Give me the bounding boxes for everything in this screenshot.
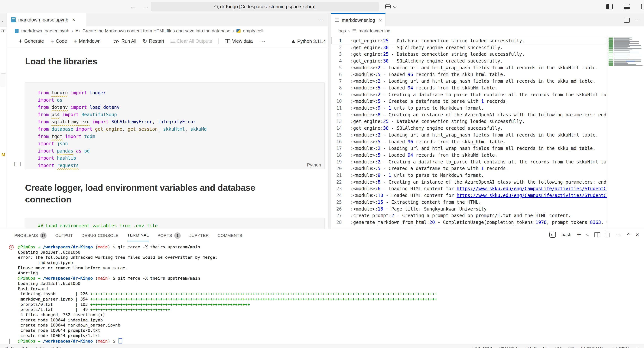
log-editor[interactable]: 1:get_engine:25 - Database connection st… (331, 35, 644, 229)
close-icon[interactable]: × (72, 16, 75, 23)
terminal-line: Updating 3ad13ef..6cd10b0 (8, 281, 642, 286)
view-data-button[interactable]: View data (225, 38, 253, 44)
terminal-dropdown-icon[interactable] (586, 233, 589, 236)
collapsed-tab-dot: · (2, 18, 4, 24)
command-decoration-idle-icon[interactable] (9, 339, 10, 344)
breadcrumb-chevron-icon: › (348, 28, 350, 34)
breadcrumb-folder[interactable]: logs (338, 28, 346, 33)
right-breadcrumb: logs › markdowner.log (331, 26, 644, 35)
log-line: 1:get_engine:25 - Database connection st… (331, 38, 644, 44)
panel-tab-jupyter[interactable]: JUPYTER (189, 232, 209, 241)
clear-outputs-button[interactable]: Clear All Outputs (170, 38, 212, 44)
cell-language-label[interactable]: Python (307, 162, 321, 168)
toolbar-more-icon[interactable]: ··· (259, 38, 266, 44)
python-icon (236, 29, 240, 33)
panel-tab-terminal[interactable]: TERMINAL (127, 232, 149, 241)
notebook-editor[interactable]: Load the libraries from loguru import lo… (7, 47, 328, 229)
extensions-chevron-icon[interactable] (394, 5, 396, 8)
forward-icon[interactable]: → (143, 3, 149, 10)
breadcrumb-cell[interactable]: empty cell (243, 28, 263, 33)
terminal-line: create mode 100644 indexing.ipynb (8, 318, 642, 323)
restart-button[interactable]: ↻Restart (143, 38, 164, 44)
minimap[interactable] (607, 35, 644, 229)
editor-actions-icon[interactable]: ··· (634, 16, 641, 22)
toolbar-separator (107, 38, 107, 44)
terminal[interactable]: ×@PimOps → /workspaces/dr-Kingo (main) $… (8, 244, 642, 344)
breadcrumb-chevron-icon: › (233, 28, 234, 34)
code-editor[interactable]: from loguru import loggerimport osfrom d… (38, 89, 207, 169)
log-line: 20:<module>:5 - Created a dataframe to_p… (331, 165, 644, 172)
tab-markdowner-log[interactable]: markdowner.log × (331, 13, 386, 26)
log-line: 18:<module>:5 - Loaded 94 records from t… (331, 152, 644, 159)
status-item-sync[interactable]: ↻4↑ (5, 346, 14, 348)
status-item[interactable]: LF (543, 346, 548, 348)
log-line: 16:<module>:5 - Loaded 96 records from t… (331, 139, 644, 145)
tab-overflow-icon[interactable]: ··· (318, 16, 324, 22)
table-icon (225, 39, 230, 43)
app-window: ← → dr-Kingo [Codespaces: stunning space… (0, 0, 644, 348)
toggle-secondary-sidebar-icon[interactable] (641, 4, 644, 9)
address-bar[interactable]: dr-Kingo [Codespaces: stunning space zeb… (151, 2, 379, 11)
badge: 17 (40, 232, 46, 239)
back-icon[interactable]: ← (130, 3, 136, 10)
status-item-keyboard[interactable]: ⌨ (568, 346, 574, 348)
tab-label: markdowner.log (342, 17, 375, 23)
breadcrumb-section[interactable]: Create the Markdown content from HTML fi… (82, 28, 230, 33)
terminal-line: create mode 100644 prompts/1.txt (8, 333, 642, 339)
log-line: 22:<module>:8 - Creating an instance of … (331, 179, 644, 186)
status-item[interactable]: Ln 1, Col 1 (472, 346, 492, 348)
panel-tab-output[interactable]: OUTPUT (55, 232, 73, 241)
add-markdown-cell-button[interactable]: +Markdown (74, 38, 100, 44)
toggle-sidebar-icon[interactable] (606, 4, 613, 9)
notebook-icon (11, 17, 16, 22)
close-icon[interactable]: × (379, 17, 382, 23)
panel-tab-debug-console[interactable]: DEBUG CONSOLE (82, 232, 118, 241)
kernel-icon (292, 40, 295, 43)
terminal-line: ×@PimOps → /workspaces/dr-Kingo (main) $… (8, 244, 642, 250)
split-terminal-icon[interactable] (594, 232, 600, 237)
sparkle-icon (18, 39, 22, 43)
status-item-check[interactable]: ✓Prettier (611, 346, 629, 348)
status-item[interactable]: Layout: U.S. (581, 346, 604, 348)
status-item-warnings[interactable]: △17 (35, 346, 44, 348)
status-item[interactable]: UTF-8 (524, 346, 536, 348)
tab-markdown-parser[interactable]: markdown_parser.ipynb × (7, 13, 86, 26)
terminal-name[interactable]: bash (562, 232, 571, 237)
editor-group-right: markdowner.log × ··· logs › markdowner.l… (331, 13, 644, 229)
editor-sash[interactable] (328, 13, 331, 229)
generate-button[interactable]: Generate (18, 38, 44, 44)
editor-group-collapsed[interactable]: · ZE... M (0, 13, 7, 229)
close-panel-icon[interactable]: × (636, 232, 639, 237)
log-line: 8:<module>:5 - Loaded 94 records from th… (331, 85, 644, 91)
status-item-radio-tower[interactable]: ((•))1 (51, 346, 62, 348)
run-all-button[interactable]: ≫Run All (114, 38, 136, 44)
search-icon (214, 5, 218, 8)
breadcrumb-file[interactable]: markdown_parser.ipynb (21, 28, 69, 33)
code-cell[interactable]: from loguru import loggerimport osfrom d… (25, 82, 325, 169)
command-decoration-error-icon[interactable]: × (9, 245, 14, 250)
kill-terminal-icon[interactable] (606, 233, 610, 237)
panel-more-icon[interactable]: ··· (616, 232, 622, 238)
kernel-picker[interactable]: Python 3.11.4 (292, 35, 326, 47)
breadcrumb-file[interactable]: markdowner.log (358, 28, 390, 33)
maximize-panel-icon[interactable] (627, 233, 630, 236)
add-code-cell-button[interactable]: +Code (50, 38, 67, 44)
code-cell[interactable]: ## Load environment variables from .env … (25, 218, 325, 229)
log-line: 27:create_prompt:2 - Creating a prompt b… (331, 212, 644, 219)
execution-count: [ ] (14, 162, 22, 167)
new-terminal-icon[interactable]: + (577, 232, 581, 237)
status-item[interactable]: Spaces: 4 (499, 346, 518, 348)
log-line: 2:get_engine:30 - SQLAlchemy engine crea… (331, 44, 644, 51)
status-item-errors[interactable]: ⊗0 (21, 346, 28, 348)
bottom-panel: PROBLEMS17OUTPUTDEBUG CONSOLETERMINALPOR… (0, 229, 644, 348)
browser-extensions-icon[interactable] (385, 4, 390, 10)
toggle-panel-icon[interactable] (624, 4, 630, 9)
code-line: from tqdm import tqdm (38, 133, 207, 140)
status-item-bell[interactable]: ○ (636, 346, 638, 348)
log-line: 5:<module>:2 - Loading url and html_wrap… (331, 65, 644, 71)
panel-tab-ports[interactable]: PORTS1 (158, 232, 181, 241)
panel-tab-comments[interactable]: COMMENTS (218, 232, 242, 241)
panel-tab-problems[interactable]: PROBLEMS17 (14, 232, 46, 241)
status-item[interactable]: Log (555, 346, 562, 348)
split-editor-icon[interactable] (624, 18, 630, 22)
